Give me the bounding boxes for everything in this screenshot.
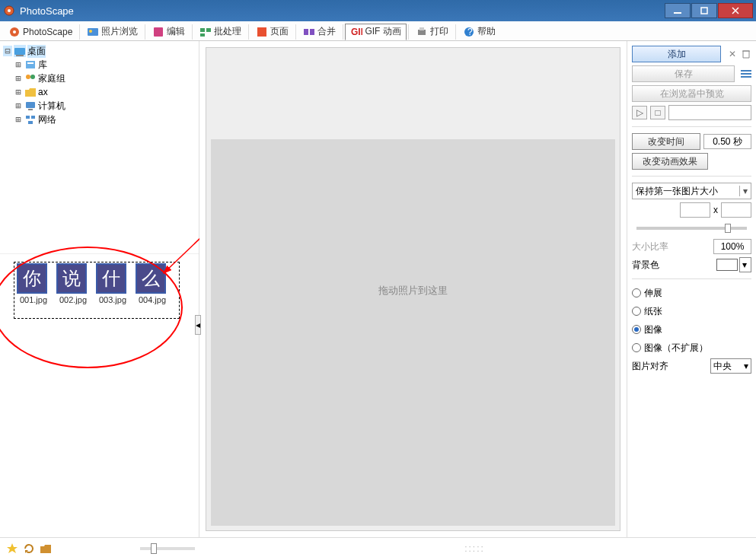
height-field[interactable] bbox=[721, 202, 751, 218]
preview-button[interactable]: 在浏览器中预览 bbox=[632, 85, 751, 102]
gif-canvas[interactable]: 拖动照片到这里 bbox=[206, 47, 620, 531]
fit-paper-radio[interactable]: 纸张 bbox=[632, 304, 751, 319]
thumbnail-item[interactable]: 么004.jpg bbox=[136, 263, 169, 304]
add-button[interactable]: 添加 bbox=[632, 46, 721, 62]
svg-rect-34 bbox=[741, 76, 751, 78]
thumb-image: 么 bbox=[136, 263, 166, 294]
toolbar: PhotoScape 照片浏览 编辑 批处理 页面 合并 GIFGIF 动画 打… bbox=[0, 21, 756, 41]
minimize-button[interactable] bbox=[665, 3, 691, 18]
ratio-value: 100% bbox=[713, 239, 751, 254]
svg-rect-3 bbox=[701, 8, 707, 14]
tab-gif[interactable]: GIFGIF 动画 bbox=[345, 24, 406, 40]
refresh-icon[interactable] bbox=[23, 542, 35, 555]
bgcolor-swatch[interactable] bbox=[716, 259, 738, 271]
bottom-bar: ::::: bbox=[0, 537, 756, 558]
fit-image-radio[interactable]: 图像 bbox=[632, 322, 751, 337]
svg-rect-33 bbox=[741, 73, 751, 75]
thumb-filename: 004.jpg bbox=[136, 295, 169, 304]
tab-editor[interactable]: 编辑 bbox=[147, 24, 190, 40]
svg-rect-14 bbox=[310, 29, 314, 35]
frame-field[interactable] bbox=[668, 105, 751, 120]
tree-label: 桌面 bbox=[27, 45, 46, 58]
folder-tree[interactable]: ⊟ 桌面 ⊞库 ⊞家庭组 ⊞ax ⊞计算机 ⊞网络 bbox=[0, 41, 199, 254]
svg-point-25 bbox=[30, 75, 35, 79]
tab-help[interactable]: ?帮助 bbox=[458, 24, 501, 40]
svg-rect-13 bbox=[304, 29, 308, 35]
svg-rect-9 bbox=[200, 28, 205, 32]
tab-viewer[interactable]: 照片浏览 bbox=[81, 24, 143, 40]
svg-rect-22 bbox=[26, 61, 35, 68]
bgcolor-label: 背景色 bbox=[632, 259, 659, 272]
svg-rect-11 bbox=[200, 33, 205, 37]
thumb-image: 你 bbox=[17, 263, 47, 294]
change-time-button[interactable]: 改变时间 bbox=[632, 133, 700, 150]
svg-rect-16 bbox=[418, 30, 426, 35]
fit-noexpand-radio[interactable]: 图像（不扩展） bbox=[632, 340, 751, 355]
thumbnail-item[interactable]: 你001.jpg bbox=[17, 263, 50, 304]
svg-rect-27 bbox=[28, 109, 33, 110]
menu-icon[interactable] bbox=[741, 68, 751, 79]
thumbnail-item[interactable]: 什003.jpg bbox=[96, 263, 129, 304]
align-select[interactable]: 中央▾ bbox=[710, 358, 751, 374]
tab-print[interactable]: 打印 bbox=[410, 24, 454, 40]
window-title: PhotoScape bbox=[20, 5, 664, 17]
close-button[interactable] bbox=[718, 3, 753, 18]
tree-item[interactable]: ⊞家庭组 bbox=[2, 72, 197, 85]
bgcolor-dropdown[interactable]: ▾ bbox=[739, 257, 751, 272]
svg-rect-2 bbox=[674, 12, 681, 14]
play-button[interactable]: ▷ bbox=[632, 106, 647, 119]
tree-item[interactable]: ⊞库 bbox=[2, 58, 197, 72]
splitter-handle[interactable]: ◂ bbox=[195, 315, 201, 335]
save-button[interactable]: 保存 bbox=[632, 65, 735, 82]
thumb-image: 什 bbox=[96, 263, 126, 294]
delete-icon[interactable]: ✕ bbox=[727, 49, 738, 59]
svg-rect-21 bbox=[16, 55, 24, 56]
titlebar: PhotoScape bbox=[0, 0, 756, 21]
thumb-filename: 002.jpg bbox=[56, 295, 90, 304]
tree-item[interactable]: ⊞计算机 bbox=[2, 99, 197, 113]
maximize-button[interactable] bbox=[691, 3, 717, 18]
ratio-label: 大小比率 bbox=[632, 240, 668, 253]
thumb-image: 说 bbox=[56, 263, 87, 294]
tree-item-desktop[interactable]: ⊟ 桌面 bbox=[2, 44, 197, 58]
svg-point-5 bbox=[13, 30, 16, 33]
stop-button[interactable]: □ bbox=[650, 106, 665, 119]
svg-point-1 bbox=[8, 9, 11, 12]
change-effect-button[interactable]: 改变动画效果 bbox=[632, 153, 708, 170]
tab-page[interactable]: 页面 bbox=[250, 24, 294, 40]
right-panel: 添加 ✕ 保存 在浏览器中预览 ▷ □ 改变时间 0.50 秒 改变动画效果 保… bbox=[627, 41, 756, 537]
fit-stretch-radio[interactable]: 伸展 bbox=[632, 285, 751, 301]
favorite-icon[interactable] bbox=[6, 542, 18, 555]
tree-item[interactable]: ⊞ax bbox=[2, 85, 197, 99]
svg-rect-26 bbox=[26, 102, 35, 108]
thumb-filename: 001.jpg bbox=[17, 295, 50, 304]
expand-toggle[interactable]: ⊟ bbox=[3, 46, 12, 56]
time-value-field: 0.50 秒 bbox=[703, 134, 751, 149]
tab-batch[interactable]: 批处理 bbox=[194, 24, 247, 40]
svg-rect-32 bbox=[741, 70, 751, 72]
thumbnail-item[interactable]: 说002.jpg bbox=[56, 263, 90, 304]
svg-point-24 bbox=[26, 75, 30, 79]
svg-rect-6 bbox=[88, 28, 98, 36]
svg-rect-10 bbox=[206, 28, 211, 32]
svg-text:?: ? bbox=[467, 27, 473, 37]
svg-rect-12 bbox=[257, 27, 266, 37]
svg-rect-30 bbox=[28, 121, 33, 124]
tab-photoscape[interactable]: PhotoScape bbox=[3, 24, 78, 40]
size-slider[interactable] bbox=[636, 227, 747, 230]
delete-all-icon[interactable] bbox=[741, 49, 751, 59]
size-mode-select[interactable]: 保持第一张图片大小▾ bbox=[632, 183, 751, 199]
thumbnail-panel[interactable]: 你001.jpg说002.jpg什003.jpg么004.jpg bbox=[0, 254, 199, 537]
folder-icon[interactable] bbox=[40, 542, 52, 555]
svg-rect-8 bbox=[154, 27, 163, 37]
svg-rect-23 bbox=[27, 62, 33, 64]
app-icon bbox=[3, 5, 15, 17]
svg-rect-28 bbox=[26, 116, 30, 119]
svg-rect-29 bbox=[31, 116, 35, 119]
width-field[interactable] bbox=[680, 202, 710, 218]
tree-item[interactable]: ⊞网络 bbox=[2, 113, 197, 126]
zoom-slider[interactable] bbox=[140, 547, 195, 550]
tab-combine[interactable]: 合并 bbox=[298, 24, 341, 40]
svg-text:GIF: GIF bbox=[351, 27, 362, 37]
drop-zone[interactable]: 拖动照片到这里 bbox=[211, 139, 615, 526]
